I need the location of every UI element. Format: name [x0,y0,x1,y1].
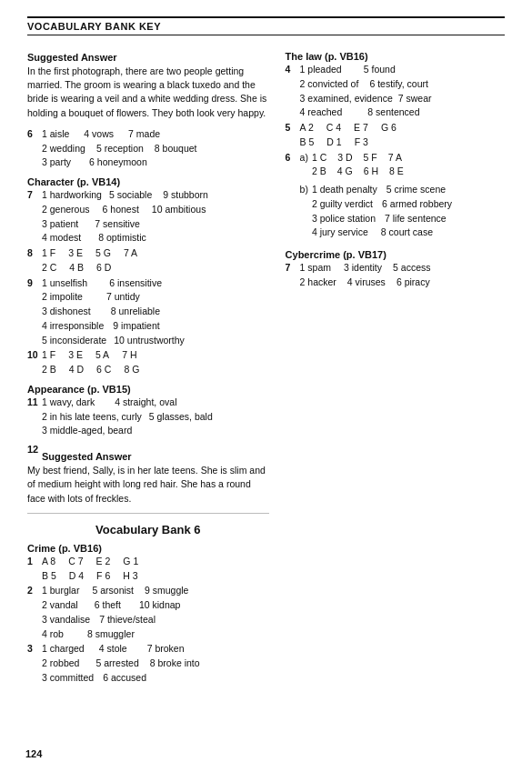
page-header: VOCABULARY BANK KEY [27,16,505,35]
character-header: Character (p. VB14) [27,176,269,187]
q6-law-content: a) 1 C 3 D 5 F 7 A 2 B 4 G 6 H 8 E [300,151,453,241]
q11-item-1: 1 wavy, dark 4 straight, oval [42,396,213,410]
q11-num: 11 [27,396,40,410]
vocab-bank-title: Vocabulary Bank 6 [27,523,269,536]
q9-item-4: 4 irresponsible 9 impatient [42,319,185,334]
q8-item-1: 1 F 3 E 5 G 7 A [42,246,137,261]
q6-item-1: 1 aisle 4 vows 7 made [42,127,197,142]
q3-crime-num: 3 [27,642,40,657]
q2-crime-item-4: 4 rob 8 smuggler [42,627,188,642]
q7-item-2: 2 generous 6 honest 10 ambitious [42,203,208,217]
q8-content: 1 F 3 E 5 G 7 A 2 C 4 B 6 D [42,246,137,276]
left-column: Suggested Answer In the first photograph… [27,45,269,687]
q9-num: 9 [27,276,40,291]
page-number: 124 [25,748,42,759]
q4-item-3: 3 examined, evidence 7 swear [300,92,432,106]
q5-item-2: B 5 D 1 F 3 [300,135,396,150]
q9-item-5: 5 inconsiderate 10 untrustworthy [42,334,185,348]
q5-row: 5 A 2 C 4 E 7 G 6 B 5 D 1 F 3 [286,121,505,150]
q6-law-num: 6 [286,151,298,165]
q3-crime-row: 3 1 charged 4 stole 7 broken 2 robbed 5 … [27,642,269,685]
q12-suggested-label: Suggested Answer [42,451,132,462]
q7-item-4: 4 modest 8 optimistic [42,231,208,246]
q6b-item-3: 3 police station 7 life sentence [312,212,452,226]
q12-block: 12 Suggested Answer My best friend, Sall… [27,444,269,506]
q6b-item-4: 4 jury service 8 court case [312,226,452,240]
q7-cyber-item-1: 1 spam 3 identity 5 access [300,261,431,276]
q3-crime-item-1: 1 charged 4 stole 7 broken [42,642,200,657]
q11-item-2: 2 in his late teens, curly 5 glasses, ba… [42,410,213,425]
law-header: The law (p. VB16) [286,51,505,62]
q7-cyber-content: 1 spam 3 identity 5 access 2 hacker 4 vi… [300,261,431,290]
q9-item-3: 3 dishonest 8 unreliable [42,305,185,319]
q6-law-item-1: 1 C 3 D 5 F 7 A [312,151,404,165]
q5-num: 5 [286,121,298,135]
q6b-item-1: 1 death penalty 5 crime scene [312,183,452,197]
q5-item-1: A 2 C 4 E 7 G 6 [300,121,396,135]
q5-content: A 2 C 4 E 7 G 6 B 5 D 1 F 3 [300,121,396,150]
q4-item-2: 2 convicted of 6 testify, court [300,77,432,92]
q4-row: 4 1 pleaded 5 found 2 convicted of 6 tes… [286,63,505,120]
q1-crime-num: 1 [27,555,40,569]
q10-num: 10 [27,348,40,363]
q8-row: 8 1 F 3 E 5 G 7 A 2 C 4 B 6 D [27,246,269,276]
q7-cyber-item-2: 2 hacker 4 viruses 6 piracy [300,276,431,290]
q12-num: 12 [27,444,40,455]
q1-crime-item-1: A 8 C 7 E 2 G 1 [42,555,138,569]
q7-item-3: 3 patient 7 sensitive [42,217,208,232]
appearance-header: Appearance (p. VB15) [27,384,269,395]
q1-crime-content: A 8 C 7 E 2 G 1 B 5 D 4 F 6 H 3 [42,555,138,584]
q3-crime-item-2: 2 robbed 5 arrested 8 broke into [42,657,200,671]
divider [27,513,269,514]
q3-crime-content: 1 charged 4 stole 7 broken 2 robbed 5 ar… [42,642,200,685]
cybercrime-header: Cybercrime (p. VB17) [286,249,505,260]
q2-crime-item-3: 3 vandalise 7 thieve/steal [42,613,188,627]
q2-crime-item-1: 1 burglar 5 arsonist 9 smuggle [42,584,188,598]
q7-cyber-num: 7 [286,261,298,276]
q7-num: 7 [27,188,40,203]
q10-item-1: 1 F 3 E 5 A 7 H [42,348,139,363]
q4-item-1: 1 pleaded 5 found [300,63,432,77]
q2-crime-num: 2 [27,584,40,598]
q1-crime-row: 1 A 8 C 7 E 2 G 1 B 5 D 4 F 6 H 3 [27,555,269,584]
suggested-answer-block: Suggested Answer In the first photograph… [27,52,269,120]
q2-crime-content: 1 burglar 5 arsonist 9 smuggle 2 vandal … [42,584,188,641]
q6-row: 6 1 aisle 4 vows 7 made 2 wedding 5 rece… [27,127,269,170]
q10-row: 10 1 F 3 E 5 A 7 H 2 B 4 D 6 C 8 G [27,348,269,377]
q11-item-3: 3 middle-aged, beard [42,424,213,438]
q3-crime-item-3: 3 committed 6 accused [42,671,200,686]
suggested-answer-text: In the first photograph, there are two p… [27,65,269,120]
q11-row: 11 1 wavy, dark 4 straight, oval 2 in hi… [27,396,269,438]
q4-num: 4 [286,63,298,77]
q6-num: 6 [27,127,40,142]
q6-content: 1 aisle 4 vows 7 made 2 wedding 5 recept… [42,127,197,170]
q9-row: 9 1 unselfish 6 insensitive 2 impolite 7… [27,276,269,348]
q6-law-item-2: 2 B 4 G 6 H 8 E [312,165,404,179]
q7-cyber-row: 7 1 spam 3 identity 5 access 2 hacker 4 … [286,261,505,290]
crime-header: Crime (p. VB16) [27,543,269,554]
q1-crime-item-2: B 5 D 4 F 6 H 3 [42,569,138,584]
q6-item-2: 2 wedding 5 reception 8 bouquet [42,142,197,156]
suggested-answer-title: Suggested Answer [27,52,269,63]
q12-text: My best friend, Sally, is in her late te… [27,464,269,506]
q10-item-2: 2 B 4 D 6 C 8 G [42,363,139,377]
q7-item-1: 1 hardworking 5 sociable 9 stubborn [42,188,208,203]
q8-num: 8 [27,246,40,261]
q2-crime-row: 2 1 burglar 5 arsonist 9 smuggle 2 vanda… [27,584,269,641]
q10-content: 1 F 3 E 5 A 7 H 2 B 4 D 6 C 8 G [42,348,139,377]
q6-law-row: 6 a) 1 C 3 D 5 F 7 A 2 B 4 G [286,151,505,241]
q8-item-2: 2 C 4 B 6 D [42,261,137,276]
q9-item-1: 1 unselfish 6 insensitive [42,276,185,291]
q9-item-2: 2 impolite 7 untidy [42,290,185,305]
q11-content: 1 wavy, dark 4 straight, oval 2 in his l… [42,396,213,438]
q4-item-4: 4 reached 8 sentenced [300,105,432,120]
right-column: The law (p. VB16) 4 1 pleaded 5 found 2 … [286,45,505,687]
q9-content: 1 unselfish 6 insensitive 2 impolite 7 u… [42,276,185,348]
q4-content: 1 pleaded 5 found 2 convicted of 6 testi… [300,63,432,120]
q6b-item-2: 2 guilty verdict 6 armed robbery [312,197,452,212]
q6-item-3: 3 party 6 honeymoon [42,155,197,170]
q7-row: 7 1 hardworking 5 sociable 9 stubborn 2 … [27,188,269,246]
q2-crime-item-2: 2 vandal 6 theft 10 kidnap [42,598,188,613]
q7-content: 1 hardworking 5 sociable 9 stubborn 2 ge… [42,188,208,246]
